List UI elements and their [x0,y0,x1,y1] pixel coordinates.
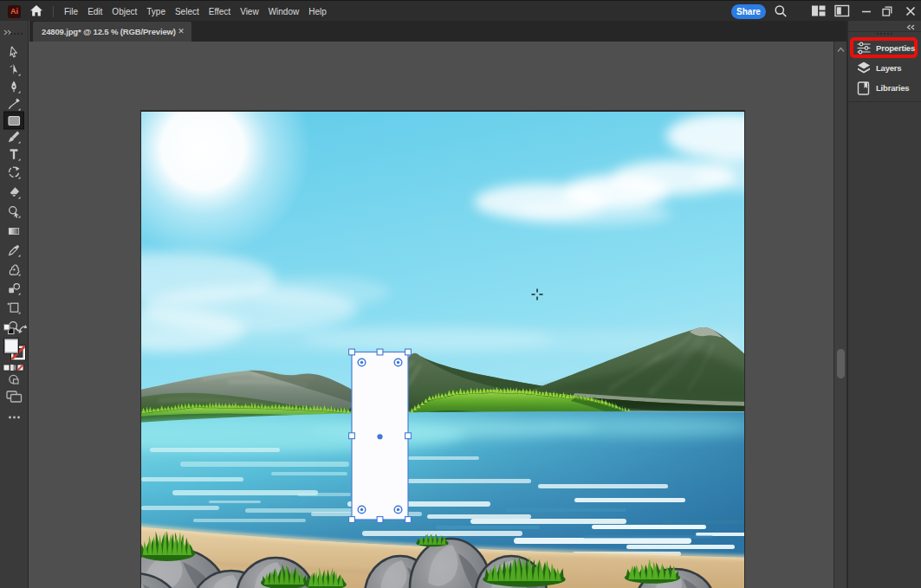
tab-close-button[interactable]: ✕ [176,22,186,42]
artboard-tool[interactable] [7,300,21,314]
toolbar [0,21,29,588]
selection-tool[interactable] [7,45,21,59]
vertical-scrollbar[interactable] [833,42,846,588]
scroll-up-arrow-icon[interactable] [837,47,845,53]
menu-file[interactable]: File [64,7,78,16]
menubar-separator [53,6,54,17]
type-tool[interactable] [7,147,21,161]
selection-handle[interactable] [349,517,355,523]
rotate-tool-icon [7,165,21,179]
panel-tab-layers[interactable]: Layers [850,58,919,78]
restore-button[interactable] [880,4,895,18]
fill-stroke-controls [0,319,29,430]
blend-tool[interactable] [7,281,21,295]
minimize-icon [859,4,873,18]
eraser-tool[interactable] [7,185,21,199]
selection-handle[interactable] [405,517,412,523]
landscape-artwork [141,112,744,588]
direct-selection-tool-icon [7,62,21,76]
menu-help[interactable]: Help [308,7,327,16]
share-button[interactable]: Share [731,4,766,19]
illustrator-logo[interactable]: Ai [8,5,21,18]
document-tab[interactable]: 24809.jpg* @ 12.5 % (RGB/Preview) ✕ [33,22,191,42]
restore-icon [880,4,894,18]
pen-tool[interactable] [7,80,21,94]
selection-tool-icon [7,45,21,59]
document-tab-strip: 24809.jpg* @ 12.5 % (RGB/Preview) ✕ [29,21,846,42]
curvature-tool[interactable] [7,97,21,111]
symbol-sprayer-tool[interactable] [7,262,21,276]
fill-color-swatch[interactable] [4,339,26,360]
home-icon [29,4,43,17]
menu-object[interactable]: Object [112,7,137,16]
search-icon [774,4,788,18]
direct-selection-tool[interactable] [7,62,21,76]
menu-edit[interactable]: Edit [88,7,102,16]
shape-builder-tool-icon [7,204,21,218]
rotate-tool[interactable] [7,165,21,179]
canvas-pasteboard[interactable] [29,42,833,588]
selection-handle[interactable] [377,517,383,523]
libraries-book-icon [857,81,871,95]
close-icon [904,4,918,18]
edit-toolbar-button[interactable] [9,417,20,419]
menu-bar: Ai File Edit Object Type Select Effect V… [0,0,921,21]
default-fill-stroke-button[interactable] [4,325,15,334]
crosshair-cursor [531,288,543,300]
gradient-tool-icon [7,224,21,238]
toolbar-grip[interactable] [0,33,29,35]
artboard[interactable] [140,110,745,588]
panel-tab-libraries[interactable]: Libraries [850,78,919,98]
shape-builder-tool[interactable] [7,204,21,218]
rectangle-tool[interactable] [3,110,17,124]
collapse-dock-icon[interactable] [906,24,916,30]
drawing-mode-button[interactable] [10,375,18,384]
selection-handle[interactable] [349,433,355,439]
document-tab-title: 24809.jpg* @ 12.5 % (RGB/Preview) [42,27,176,36]
paintbrush-tool[interactable] [7,130,21,144]
swap-fill-stroke-button[interactable] [18,325,27,333]
paintbrush-tool-icon [7,130,21,144]
properties-sliders-icon [857,42,871,55]
menu-type[interactable]: Type [146,7,165,16]
menu-effect[interactable]: Effect [209,7,230,16]
panel-dock: Properties Layers Libraries [846,21,921,588]
close-button[interactable] [904,4,918,18]
menu-select[interactable]: Select [175,7,199,16]
eyedropper-tool-icon [7,243,21,257]
selection-handle[interactable] [405,433,412,439]
curvature-tool-icon [7,97,21,111]
gradient-tool[interactable] [7,224,21,238]
minimize-button[interactable] [859,4,874,18]
eyedropper-tool[interactable] [7,243,21,257]
search-button[interactable] [774,4,788,18]
selection-handle[interactable] [377,349,383,355]
selection-handle[interactable] [405,349,412,355]
menu-window[interactable]: Window [269,7,300,16]
scrollbar-thumb[interactable] [837,349,845,378]
panel-toggle-button[interactable] [834,4,849,18]
menu-view[interactable]: View [240,7,259,16]
panel-toggle-icon [834,4,850,17]
type-tool-icon [7,147,21,161]
menu-items: File Edit Object Type Select Effect View… [64,1,327,22]
rectangle-tool-icon [3,110,24,131]
blend-tool-icon [7,281,21,295]
dock-grip[interactable] [848,33,921,35]
screen-mode-button[interactable] [7,391,22,402]
eraser-tool-icon [7,185,21,199]
layers-icon [857,61,871,75]
color-mode-buttons[interactable] [3,365,23,371]
panel-tab-properties[interactable]: Properties [850,38,919,58]
pen-tool-icon [7,80,21,94]
workspace-switcher-button[interactable] [811,4,826,18]
home-button[interactable] [29,4,45,18]
workspace-switcher-icon [811,4,826,17]
artboard-tool-icon [7,300,21,314]
toolbar-expand-button[interactable] [3,23,12,39]
symbol-sprayer-tool-icon [7,262,21,276]
selection-handle[interactable] [349,349,355,355]
